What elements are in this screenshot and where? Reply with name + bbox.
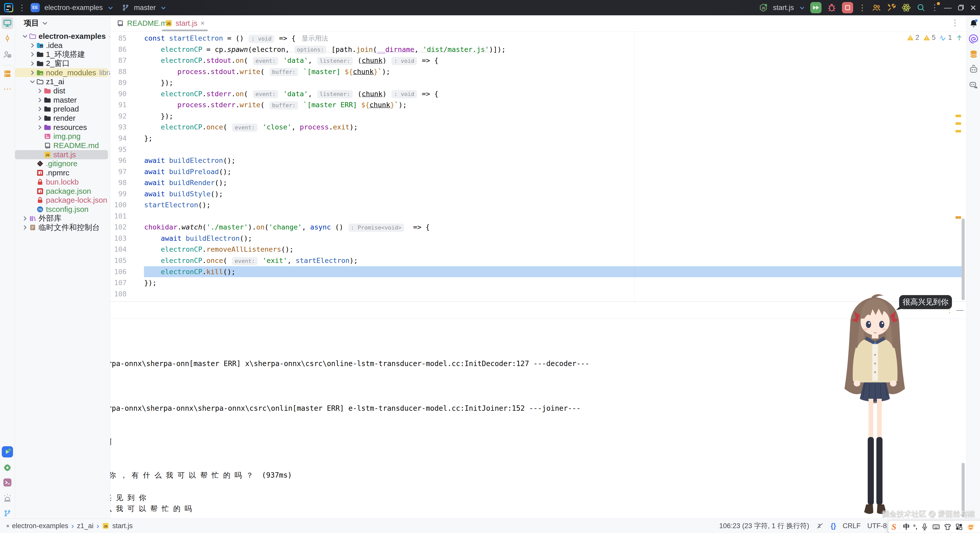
line-number[interactable]: 96 [110, 155, 127, 166]
tree-item-z1_ai[interactable]: z1_ai [15, 77, 110, 86]
main-menu-icon[interactable]: ⋮ [18, 4, 26, 11]
line-number[interactable]: 98 [110, 177, 127, 188]
tree-item-2_窗口[interactable]: 2_窗口 [15, 59, 110, 68]
run-more-icon[interactable]: ⋮ [858, 4, 866, 11]
virtual-keyboard-icon[interactable] [932, 523, 940, 531]
debug-button[interactable] [827, 3, 837, 13]
line-number[interactable]: 103 [110, 233, 127, 244]
sogou-logo-icon[interactable]: S [891, 522, 896, 532]
close-button[interactable]: ✕ [970, 3, 977, 12]
build-tools-icon[interactable] [886, 3, 896, 13]
tree-item-bun.lockb[interactable]: bun.lockb [15, 177, 110, 186]
chevron-right-icon[interactable] [37, 97, 44, 103]
chevron-right-icon[interactable] [29, 51, 36, 58]
tree-item-render[interactable]: render [15, 114, 110, 123]
stop-button[interactable] [842, 2, 853, 13]
code-editor[interactable]: 8586878889909192939495969798991001011021… [110, 32, 966, 301]
chevron-right-icon[interactable] [29, 60, 36, 67]
line-number[interactable]: 104 [110, 244, 127, 255]
highlight-level-icon[interactable]: Z [816, 522, 824, 530]
editor-options-icon[interactable]: ⋮ [951, 19, 959, 27]
ai-assistant-icon[interactable] [969, 34, 979, 44]
tree-item-start.js[interactable]: JSstart.js [15, 150, 108, 159]
line-number[interactable]: 85 [110, 33, 127, 44]
services-gear-icon[interactable] [3, 463, 12, 473]
chevron-right-icon[interactable] [29, 42, 36, 49]
chevron-right-icon[interactable] [22, 215, 29, 222]
line-number[interactable]: 102 [110, 221, 127, 233]
tree-item-electron-examples[interactable]: electron-examples- D:\apps\e [15, 32, 110, 41]
rerun-button[interactable] [810, 2, 821, 13]
maximize-button[interactable] [957, 3, 965, 12]
tree-item-tsconfig.json[interactable]: TStsconfig.json [15, 205, 110, 214]
ime-toolbox-icon[interactable] [955, 523, 963, 531]
ai-plugin-icon[interactable] [969, 65, 978, 74]
tree-item-.npmrc[interactable]: .npmrc [15, 168, 110, 177]
project-avatar[interactable]: EE [30, 3, 40, 12]
warning-stripe-mark[interactable] [956, 122, 961, 125]
terminal-tool-icon[interactable] [3, 477, 12, 487]
problems-siren-icon[interactable] [3, 493, 12, 503]
chevron-down-icon[interactable] [29, 78, 36, 85]
breadcrumb-file[interactable]: start.js [112, 522, 133, 530]
run-tool-icon[interactable] [2, 446, 13, 457]
line-number[interactable]: 94 [110, 133, 127, 144]
line-number[interactable]: 106 [110, 266, 127, 277]
line-number[interactable]: 90 [110, 88, 127, 100]
microphone-icon[interactable] [921, 523, 929, 531]
warning-stripe-mark[interactable] [956, 130, 961, 132]
line-number[interactable]: 89 [110, 77, 127, 88]
tree-item-临时文件和控制台[interactable]: 临时文件和控制台 [15, 223, 110, 232]
ime-language-toggle[interactable]: 中 [903, 522, 910, 531]
tree-item-resources[interactable]: resources [15, 123, 110, 132]
tree-item-外部库[interactable]: 外部库 [15, 214, 110, 223]
panel-minimize-icon[interactable]: — [956, 306, 963, 314]
chevron-right-icon[interactable] [22, 224, 29, 231]
line-number[interactable]: 87 [110, 55, 127, 66]
commit-tool-icon[interactable] [3, 34, 12, 43]
notifications-bell-icon[interactable] [969, 19, 978, 28]
line-number[interactable]: 93 [110, 121, 127, 133]
line-number[interactable]: 97 [110, 166, 127, 177]
chevron-right-icon[interactable] [37, 124, 44, 131]
line-separator[interactable]: CRLF [843, 522, 861, 530]
search-everywhere-icon[interactable] [916, 3, 926, 12]
ime-punctuation-toggle[interactable]: °, [913, 523, 917, 530]
line-number[interactable]: 105 [110, 255, 127, 266]
tree-item-dist[interactable]: dist [15, 86, 110, 95]
file-encoding[interactable]: UTF-8 [867, 522, 887, 530]
minimize-button[interactable]: — [944, 3, 952, 12]
tree-item-.gitignore[interactable]: .gitignore [15, 159, 110, 169]
ime-skin-icon[interactable] [943, 523, 952, 531]
line-number[interactable]: 91 [110, 99, 127, 111]
chevron-right-icon[interactable] [37, 115, 44, 121]
chevron-right-icon[interactable] [29, 70, 36, 76]
breadcrumb-folder[interactable]: z1_ai [77, 522, 94, 530]
line-number[interactable]: 86 [110, 44, 127, 55]
branch-switcher[interactable]: master [134, 3, 156, 12]
chevron-down-icon[interactable] [41, 20, 48, 27]
tree-item-README.md[interactable]: README.md [15, 141, 110, 150]
tree-item-package.json[interactable]: package.json [15, 186, 110, 196]
tree-item-1_环境搭建[interactable]: 1_环境搭建 [15, 50, 110, 59]
project-switcher[interactable]: electron-examples [45, 3, 103, 12]
line-number[interactable]: 88 [110, 66, 127, 77]
line-number[interactable]: 95 [110, 144, 127, 155]
chevron-down-icon[interactable] [22, 33, 29, 40]
warning-stripe-mark[interactable] [956, 216, 961, 219]
inspections-widget[interactable]: 2 5 A1 [907, 34, 966, 41]
close-icon[interactable]: × [200, 19, 204, 27]
chevron-right-icon[interactable] [37, 106, 44, 112]
database-tool-icon[interactable] [969, 49, 978, 59]
more-tools-icon[interactable]: ⋯ [3, 84, 12, 94]
project-tool-icon[interactable] [3, 18, 12, 28]
tree-item-node_modules[interactable]: JSnode_moduleslibrary root [15, 68, 108, 77]
run-config-selector[interactable]: start.js [773, 3, 794, 12]
caret-position[interactable]: 106:23 (23 字符, 1 行 换行符) [719, 521, 809, 530]
tree-item-preload[interactable]: preload [15, 105, 110, 114]
warning-stripe-mark[interactable] [956, 115, 961, 117]
emoji-icon[interactable] [966, 522, 975, 531]
tree-item-master[interactable]: master [15, 95, 110, 105]
tree-item-package-lock.json[interactable]: package-lock.json [15, 196, 110, 205]
prev-problem-icon[interactable] [956, 34, 963, 41]
